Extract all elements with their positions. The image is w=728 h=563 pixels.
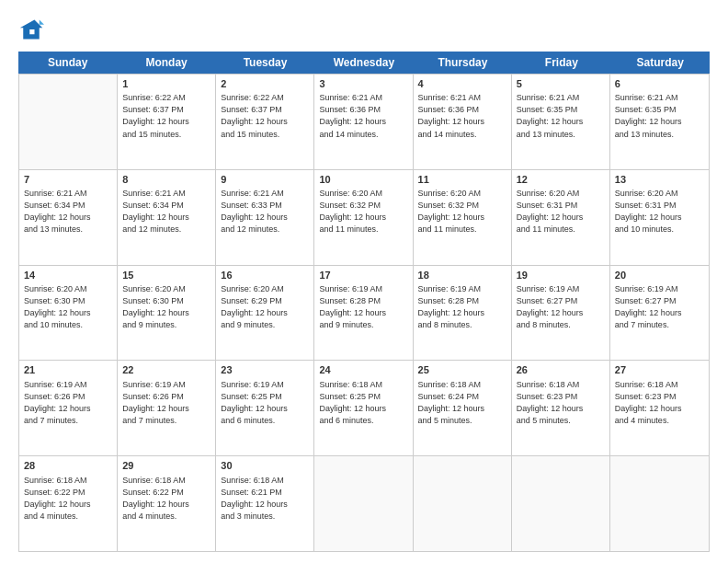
day-number: 19	[517, 269, 605, 282]
svg-marker-1	[40, 20, 44, 25]
calendar-cell: 6Sunrise: 6:21 AM Sunset: 6:35 PM Daylig…	[610, 75, 709, 169]
day-number: 24	[319, 363, 407, 377]
day-info: Sunrise: 6:21 AM Sunset: 6:35 PM Dayligh…	[615, 92, 704, 140]
day-number: 15	[122, 269, 210, 282]
day-number: 12	[517, 173, 605, 187]
calendar-cell: 27Sunrise: 6:18 AM Sunset: 6:23 PM Dayli…	[610, 361, 709, 455]
calendar-cell	[512, 456, 610, 551]
day-number: 1	[122, 77, 210, 91]
calendar-cell: 14Sunrise: 6:20 AM Sunset: 6:30 PM Dayli…	[19, 266, 118, 361]
header-day-wednesday: Wednesday	[314, 52, 413, 74]
calendar-cell: 4Sunrise: 6:21 AM Sunset: 6:36 PM Daylig…	[414, 75, 512, 169]
day-info: Sunrise: 6:20 AM Sunset: 6:30 PM Dayligh…	[122, 283, 210, 331]
day-info: Sunrise: 6:20 AM Sunset: 6:32 PM Dayligh…	[319, 188, 407, 236]
calendar-cell: 25Sunrise: 6:18 AM Sunset: 6:24 PM Dayli…	[414, 361, 512, 455]
day-number: 5	[517, 77, 605, 91]
day-number: 10	[319, 173, 407, 187]
calendar-cell: 2Sunrise: 6:22 AM Sunset: 6:37 PM Daylig…	[216, 75, 314, 169]
calendar-row-1: 1Sunrise: 6:22 AM Sunset: 6:37 PM Daylig…	[19, 74, 709, 169]
calendar-cell: 16Sunrise: 6:20 AM Sunset: 6:29 PM Dayli…	[216, 266, 314, 361]
header-day-tuesday: Tuesday	[216, 52, 314, 74]
header	[18, 17, 710, 42]
day-info: Sunrise: 6:22 AM Sunset: 6:37 PM Dayligh…	[221, 92, 309, 140]
day-number: 9	[221, 173, 309, 187]
calendar-cell	[414, 456, 512, 551]
calendar-cell	[610, 456, 709, 551]
day-info: Sunrise: 6:20 AM Sunset: 6:30 PM Dayligh…	[24, 283, 112, 331]
day-number: 4	[418, 77, 506, 91]
calendar-row-3: 14Sunrise: 6:20 AM Sunset: 6:30 PM Dayli…	[19, 265, 709, 361]
day-number: 23	[221, 363, 309, 377]
calendar-cell: 11Sunrise: 6:20 AM Sunset: 6:32 PM Dayli…	[414, 170, 512, 265]
day-number: 11	[418, 173, 506, 187]
calendar-cell: 17Sunrise: 6:19 AM Sunset: 6:28 PM Dayli…	[314, 266, 413, 361]
day-number: 26	[517, 363, 605, 377]
day-info: Sunrise: 6:19 AM Sunset: 6:26 PM Dayligh…	[24, 379, 112, 427]
day-number: 29	[122, 459, 210, 473]
calendar-cell: 9Sunrise: 6:21 AM Sunset: 6:33 PM Daylig…	[216, 170, 314, 265]
day-number: 14	[24, 269, 112, 282]
day-info: Sunrise: 6:20 AM Sunset: 6:31 PM Dayligh…	[517, 188, 605, 236]
calendar-cell: 26Sunrise: 6:18 AM Sunset: 6:23 PM Dayli…	[512, 361, 610, 455]
calendar-cell: 19Sunrise: 6:19 AM Sunset: 6:27 PM Dayli…	[512, 266, 610, 361]
day-number: 7	[24, 173, 112, 187]
day-info: Sunrise: 6:19 AM Sunset: 6:25 PM Dayligh…	[221, 379, 309, 427]
day-number: 17	[319, 269, 407, 282]
day-info: Sunrise: 6:18 AM Sunset: 6:22 PM Dayligh…	[24, 475, 112, 523]
header-day-sunday: Sunday	[18, 52, 117, 74]
calendar-cell: 29Sunrise: 6:18 AM Sunset: 6:22 PM Dayli…	[118, 456, 216, 551]
calendar-cell: 8Sunrise: 6:21 AM Sunset: 6:34 PM Daylig…	[118, 170, 216, 265]
day-info: Sunrise: 6:19 AM Sunset: 6:26 PM Dayligh…	[122, 379, 210, 427]
day-number: 3	[319, 77, 407, 91]
day-info: Sunrise: 6:18 AM Sunset: 6:23 PM Dayligh…	[615, 379, 704, 427]
calendar-cell: 5Sunrise: 6:21 AM Sunset: 6:35 PM Daylig…	[512, 75, 610, 169]
day-number: 6	[615, 77, 704, 91]
day-info: Sunrise: 6:20 AM Sunset: 6:29 PM Dayligh…	[221, 283, 309, 331]
day-info: Sunrise: 6:19 AM Sunset: 6:27 PM Dayligh…	[517, 283, 605, 331]
calendar-cell: 7Sunrise: 6:21 AM Sunset: 6:34 PM Daylig…	[19, 170, 118, 265]
day-number: 8	[122, 173, 210, 187]
logo	[18, 17, 48, 42]
header-day-friday: Friday	[512, 52, 610, 74]
day-info: Sunrise: 6:21 AM Sunset: 6:36 PM Dayligh…	[418, 92, 506, 140]
day-info: Sunrise: 6:20 AM Sunset: 6:32 PM Dayligh…	[418, 188, 506, 236]
calendar-cell: 23Sunrise: 6:19 AM Sunset: 6:25 PM Dayli…	[216, 361, 314, 455]
day-info: Sunrise: 6:21 AM Sunset: 6:36 PM Dayligh…	[319, 92, 407, 140]
day-info: Sunrise: 6:22 AM Sunset: 6:37 PM Dayligh…	[122, 92, 210, 140]
day-info: Sunrise: 6:21 AM Sunset: 6:34 PM Dayligh…	[122, 188, 210, 236]
calendar-cell: 1Sunrise: 6:22 AM Sunset: 6:37 PM Daylig…	[118, 75, 216, 169]
day-info: Sunrise: 6:21 AM Sunset: 6:35 PM Dayligh…	[517, 92, 605, 140]
calendar-cell	[19, 75, 118, 169]
day-number: 21	[24, 363, 112, 377]
header-day-thursday: Thursday	[414, 52, 512, 74]
svg-marker-0	[20, 20, 43, 40]
day-info: Sunrise: 6:18 AM Sunset: 6:22 PM Dayligh…	[122, 475, 210, 523]
day-info: Sunrise: 6:19 AM Sunset: 6:27 PM Dayligh…	[615, 283, 704, 331]
header-day-saturday: Saturday	[611, 52, 710, 74]
day-info: Sunrise: 6:21 AM Sunset: 6:33 PM Dayligh…	[221, 188, 309, 236]
header-day-monday: Monday	[117, 52, 215, 74]
day-info: Sunrise: 6:18 AM Sunset: 6:23 PM Dayligh…	[517, 379, 605, 427]
calendar-cell: 21Sunrise: 6:19 AM Sunset: 6:26 PM Dayli…	[19, 361, 118, 455]
day-number: 13	[615, 173, 704, 187]
calendar-row-2: 7Sunrise: 6:21 AM Sunset: 6:34 PM Daylig…	[19, 169, 709, 265]
calendar-body: 1Sunrise: 6:22 AM Sunset: 6:37 PM Daylig…	[18, 74, 710, 552]
calendar-cell	[314, 456, 413, 551]
day-number: 2	[221, 77, 309, 91]
day-number: 28	[24, 459, 112, 473]
calendar-cell: 10Sunrise: 6:20 AM Sunset: 6:32 PM Dayli…	[314, 170, 413, 265]
logo-icon	[18, 17, 44, 42]
day-info: Sunrise: 6:20 AM Sunset: 6:31 PM Dayligh…	[615, 188, 704, 236]
day-number: 27	[615, 363, 704, 377]
calendar: SundayMondayTuesdayWednesdayThursdayFrid…	[18, 52, 710, 552]
calendar-cell: 24Sunrise: 6:18 AM Sunset: 6:25 PM Dayli…	[314, 361, 413, 455]
page: SundayMondayTuesdayWednesdayThursdayFrid…	[0, 0, 728, 563]
day-number: 18	[418, 269, 506, 282]
day-number: 20	[615, 269, 704, 282]
day-info: Sunrise: 6:21 AM Sunset: 6:34 PM Dayligh…	[24, 188, 112, 236]
day-info: Sunrise: 6:19 AM Sunset: 6:28 PM Dayligh…	[319, 283, 407, 331]
calendar-cell: 28Sunrise: 6:18 AM Sunset: 6:22 PM Dayli…	[19, 456, 118, 551]
day-info: Sunrise: 6:18 AM Sunset: 6:21 PM Dayligh…	[221, 475, 309, 523]
day-number: 16	[221, 269, 309, 282]
day-number: 30	[221, 459, 309, 473]
